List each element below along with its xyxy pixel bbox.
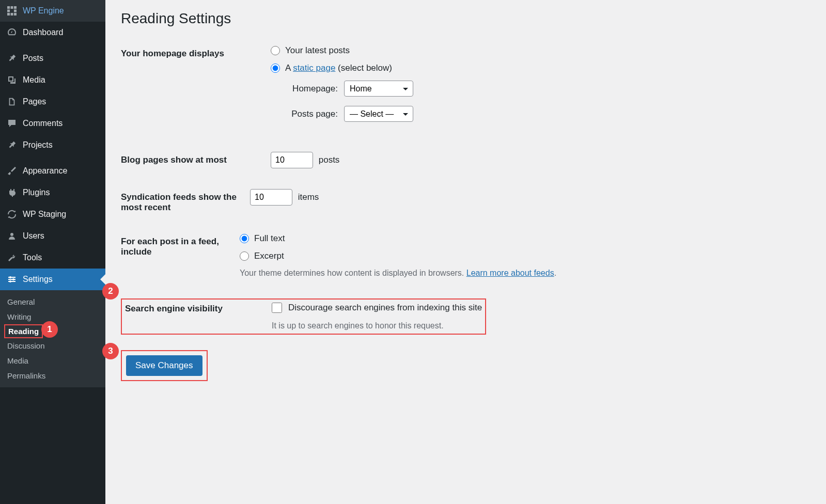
menu-label: Appearance xyxy=(23,166,67,176)
menu-plugins[interactable]: Plugins xyxy=(0,182,105,203)
radio-static-prefix: A xyxy=(285,63,293,73)
sev-description: It is up to search engines to honor this… xyxy=(272,321,482,330)
menu-projects[interactable]: Projects xyxy=(0,134,105,156)
radio-excerpt[interactable] xyxy=(240,251,249,261)
menu-label: Pages xyxy=(23,97,46,106)
menu-label: WP Engine xyxy=(23,6,64,15)
feed-desc-prefix: Your theme determines how content is dis… xyxy=(240,269,466,277)
radio-latest-posts[interactable] xyxy=(271,46,280,55)
homepage-displays-label: Your homepage displays xyxy=(121,45,271,59)
homepage-select[interactable]: Home xyxy=(344,81,413,97)
menu-comments[interactable]: Comments xyxy=(0,113,105,134)
menu-label: Projects xyxy=(23,140,53,150)
settings-submenu: General Writing Reading 1 Discussion Med… xyxy=(0,290,105,387)
menu-wp-staging[interactable]: WP Staging xyxy=(0,203,105,225)
radio-full-text-label: Full text xyxy=(254,233,285,244)
feed-desc-suffix: . xyxy=(554,269,556,277)
menu-posts[interactable]: Posts xyxy=(0,48,105,69)
menu-label: Users xyxy=(23,231,44,241)
menu-pages[interactable]: Pages xyxy=(0,91,105,113)
menu-label: Plugins xyxy=(23,188,50,197)
dashboard-icon xyxy=(6,27,18,38)
learn-more-feeds-link[interactable]: Learn more about feeds xyxy=(466,269,554,277)
submenu-discussion[interactable]: Discussion xyxy=(0,338,105,353)
svg-point-14 xyxy=(9,280,11,282)
svg-rect-3 xyxy=(7,10,10,12)
menu-tools[interactable]: Tools xyxy=(0,247,105,269)
svg-rect-2 xyxy=(14,6,17,9)
save-button-highlight: Save Changes xyxy=(121,350,208,381)
svg-point-8 xyxy=(10,233,13,236)
menu-wp-engine[interactable]: WP Engine xyxy=(0,0,105,22)
settings-icon xyxy=(6,274,18,285)
menu-appearance[interactable]: Appearance xyxy=(0,160,105,182)
svg-rect-0 xyxy=(7,6,10,9)
menu-label: Tools xyxy=(23,253,42,262)
annotation-badge-2: 2 xyxy=(102,283,119,300)
svg-rect-4 xyxy=(14,10,17,12)
radio-full-text[interactable] xyxy=(240,234,249,243)
blog-pages-suffix: posts xyxy=(319,155,340,165)
submenu-reading[interactable]: Reading xyxy=(4,324,43,338)
media-icon xyxy=(6,74,18,86)
discourage-label: Discourage search engines from indexing … xyxy=(288,303,482,313)
page-title: Reading Settings xyxy=(121,10,811,27)
sev-label: Search engine visibility xyxy=(125,303,272,314)
radio-static-page[interactable] xyxy=(271,64,280,73)
pin-icon xyxy=(6,139,18,151)
menu-media[interactable]: Media xyxy=(0,69,105,91)
svg-point-13 xyxy=(12,278,14,280)
syndication-suffix: items xyxy=(298,192,319,202)
svg-rect-5 xyxy=(7,13,10,15)
wp-engine-icon xyxy=(6,5,18,17)
annotation-badge-3: 3 xyxy=(102,343,119,359)
menu-label: Posts xyxy=(23,54,43,63)
static-page-link[interactable]: static page xyxy=(293,63,335,73)
syndication-input[interactable] xyxy=(250,189,292,206)
search-engine-visibility-section: Search engine visibility Discourage sear… xyxy=(121,298,486,335)
main-content: Reading Settings Your homepage displays … xyxy=(105,0,826,504)
menu-label: Dashboard xyxy=(23,28,63,37)
svg-rect-7 xyxy=(14,13,17,15)
discourage-search-engines-checkbox[interactable] xyxy=(272,303,282,313)
radio-static-suffix: (select below) xyxy=(335,63,392,73)
menu-label: Settings xyxy=(23,275,53,284)
admin-sidebar: WP Engine Dashboard Posts Media Pages Co… xyxy=(0,0,105,504)
users-icon xyxy=(6,230,18,242)
posts-page-select[interactable]: — Select — xyxy=(344,106,413,122)
blog-pages-label: Blog pages show at most xyxy=(121,152,271,165)
brush-icon xyxy=(6,165,18,177)
comments-icon xyxy=(6,118,18,129)
save-changes-button[interactable]: Save Changes xyxy=(126,355,202,376)
syndication-label: Syndication feeds show the most recent xyxy=(121,189,250,213)
menu-label: WP Staging xyxy=(23,210,66,219)
menu-settings[interactable]: Settings xyxy=(0,269,105,290)
annotation-badge-1: 1 xyxy=(41,321,58,338)
submenu-media[interactable]: Media xyxy=(0,353,105,368)
pin-icon xyxy=(6,53,18,64)
pages-icon xyxy=(6,96,18,107)
svg-rect-6 xyxy=(11,13,13,15)
plugin-icon xyxy=(6,187,18,198)
posts-page-select-label: Posts page: xyxy=(284,109,338,119)
menu-users[interactable]: Users xyxy=(0,225,105,247)
svg-rect-1 xyxy=(11,6,13,9)
submenu-permalinks[interactable]: Permalinks xyxy=(0,368,105,383)
feed-include-label: For each post in a feed, include xyxy=(121,233,240,257)
radio-latest-posts-label: Your latest posts xyxy=(285,45,350,56)
svg-point-12 xyxy=(9,276,11,278)
homepage-select-label: Homepage: xyxy=(284,84,338,94)
refresh-icon xyxy=(6,209,18,220)
submenu-general[interactable]: General xyxy=(0,294,105,309)
radio-excerpt-label: Excerpt xyxy=(254,251,284,261)
menu-label: Comments xyxy=(23,119,63,128)
menu-dashboard[interactable]: Dashboard xyxy=(0,22,105,43)
menu-label: Media xyxy=(23,75,45,85)
blog-pages-input[interactable] xyxy=(271,152,313,168)
tools-icon xyxy=(6,252,18,263)
